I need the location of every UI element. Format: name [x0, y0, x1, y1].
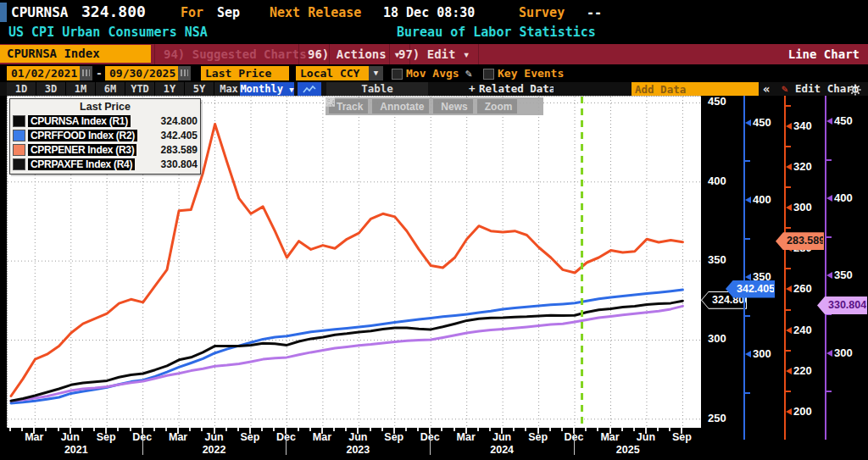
month-tick: [81, 428, 83, 431]
axis-line-r4: [825, 96, 826, 440]
range-tab-6m[interactable]: 6M: [96, 82, 125, 96]
key-events-label[interactable]: Key Events: [498, 66, 564, 80]
mov-avgs-checkbox[interactable]: [392, 69, 403, 80]
legend-swatch: [13, 115, 25, 127]
axis-minor-tick: [826, 159, 832, 161]
month-tick: [333, 428, 335, 431]
year-separator: [574, 432, 575, 455]
legend-label: CPRPENER Index (R3): [28, 144, 136, 156]
axis-minor-tick: [785, 227, 791, 229]
month-tick: [417, 428, 419, 431]
month-tick: [453, 428, 455, 431]
year-separator: [142, 432, 143, 455]
axis-minor-tick: [785, 350, 791, 352]
currency-dropdown-button[interactable]: ▼: [369, 66, 383, 80]
month-tick: [130, 428, 131, 431]
range-tab-1m[interactable]: 1M: [66, 82, 96, 96]
add-data-input[interactable]: [632, 82, 759, 96]
month-label: Mar: [313, 431, 331, 443]
field-selector[interactable]: Last Price: [201, 66, 289, 80]
range-tab-3d[interactable]: 3D: [36, 82, 66, 96]
calendar-icon[interactable]: [178, 66, 191, 80]
month-tick: [45, 428, 47, 431]
legend-swatch: [13, 144, 25, 156]
date-from-input[interactable]: 01/02/2021: [7, 66, 80, 80]
date-to-input[interactable]: 09/30/2025: [105, 66, 178, 80]
legend-row[interactable]: CPRPAXFE Index (R4)330.804: [13, 157, 198, 171]
axis-label-r2: 450: [753, 116, 771, 129]
month-tick: [273, 428, 275, 431]
data-source: Bureau of Labor Statistics: [397, 25, 596, 40]
month-label: Mar: [600, 431, 619, 443]
axis-tick: [826, 350, 832, 357]
line-chart-mode-button[interactable]: [298, 82, 321, 96]
security-header: CPURNSA 324.800 For Sep Next Release 18 …: [0, 0, 868, 44]
axis-label-r3: 220: [793, 364, 812, 377]
currency-selector[interactable]: Local CCY: [296, 66, 369, 80]
period-selector[interactable]: Monthly ▼: [240, 82, 294, 96]
survey-value: --: [587, 5, 602, 20]
axis-tick: [786, 204, 792, 211]
axis-label-r3: 320: [793, 160, 812, 173]
legend-value: 324.800: [161, 115, 198, 127]
key-events-checkbox[interactable]: [483, 69, 494, 80]
legend-row[interactable]: CPRPENER Index (R3)283.589: [13, 142, 198, 157]
axis-minor-tick: [826, 236, 832, 238]
month-tick: [621, 428, 623, 431]
month-tick: [597, 428, 598, 431]
axis-minor-tick: [826, 391, 832, 392]
month-tick: [58, 428, 59, 431]
range-tab-ytd[interactable]: YTD: [125, 82, 155, 96]
axis-label-r4: 350: [834, 269, 853, 281]
axis-label-r1: 400: [708, 175, 726, 187]
month-tick: [381, 428, 383, 431]
legend-row[interactable]: CPURNSA Index (R1)324.800: [13, 114, 198, 128]
month-tick: [585, 428, 587, 431]
month-tick: [165, 428, 167, 431]
year-label: 2024: [490, 444, 514, 456]
month-label: Jun: [61, 431, 80, 443]
last-price-value: 324.800: [81, 3, 146, 20]
axis-label-r3: 340: [793, 119, 812, 132]
year-label: 2022: [203, 444, 226, 456]
table-button[interactable]: Table: [326, 82, 428, 96]
month-tick: [489, 428, 491, 431]
calendar-icon[interactable]: [80, 66, 92, 80]
axis-label-r1: 250: [708, 412, 726, 424]
month-label: Sep: [528, 431, 548, 443]
axis-label-r1: 350: [708, 253, 726, 266]
month-label: Sep: [672, 431, 692, 443]
plus-icon: +: [469, 82, 476, 96]
range-tab-1y[interactable]: 1Y: [155, 82, 185, 96]
month-label: Mar: [169, 431, 187, 443]
range-tab-1d[interactable]: 1D: [7, 82, 36, 96]
month-tick: [657, 428, 659, 431]
axis-minor-tick: [785, 186, 791, 188]
legend-row[interactable]: CPRFFOOD Index (R2)342.405: [13, 128, 198, 142]
axis-label-r2: 400: [753, 193, 771, 206]
axis-label-r1: 450: [708, 95, 726, 108]
axis-label-r4: 450: [834, 114, 853, 127]
month-tick: [477, 428, 479, 431]
axis-tick: [826, 118, 832, 125]
last-value-tag-r2: 342.405: [726, 280, 775, 298]
menu-edit[interactable]: 97) Edit ▾: [389, 44, 479, 64]
security-field[interactable]: CPURNSA Index: [0, 45, 151, 63]
pencil-icon[interactable]: ✎: [465, 66, 472, 80]
range-tab-5y[interactable]: 5Y: [185, 82, 214, 96]
mov-avgs-label[interactable]: Mov Avgs: [406, 66, 459, 80]
axis-minor-tick: [744, 315, 750, 317]
plot-area[interactable]: TrackAnnotateNewsZoom Last Price CPURNSA…: [7, 96, 701, 428]
last-value-tag-r3: 283.589: [776, 232, 824, 250]
year-separator: [286, 432, 287, 455]
related-data-button[interactable]: Related Data: [479, 82, 554, 96]
security-description: US CPI Urban Consumers NSA: [8, 25, 208, 40]
legend-swatch: [13, 158, 25, 170]
month-tick: [237, 428, 239, 431]
legend-title: Last Price: [13, 101, 198, 113]
year-label: 2025: [616, 444, 640, 456]
collapse-panel-button[interactable]: «: [763, 82, 770, 96]
chart-legend[interactable]: Last Price CPURNSA Index (R1)324.800CPRF…: [9, 98, 201, 175]
legend-value: 330.804: [161, 158, 198, 170]
axis-line-r2: [743, 96, 745, 440]
